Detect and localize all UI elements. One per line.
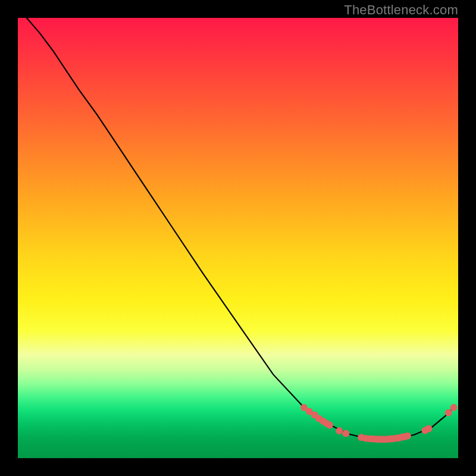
data-marker xyxy=(342,430,349,437)
data-marker xyxy=(326,422,333,429)
data-markers xyxy=(300,404,458,443)
data-marker xyxy=(445,409,452,416)
data-marker xyxy=(450,404,458,411)
data-marker xyxy=(425,425,432,432)
chart-svg-layer xyxy=(18,18,458,458)
data-marker xyxy=(404,433,411,440)
chart-stage: TheBottleneck.com xyxy=(0,0,476,476)
watermark-text: TheBottleneck.com xyxy=(344,2,458,18)
bottleneck-curve xyxy=(27,18,454,439)
data-marker xyxy=(336,427,343,434)
plot-area xyxy=(18,18,458,458)
